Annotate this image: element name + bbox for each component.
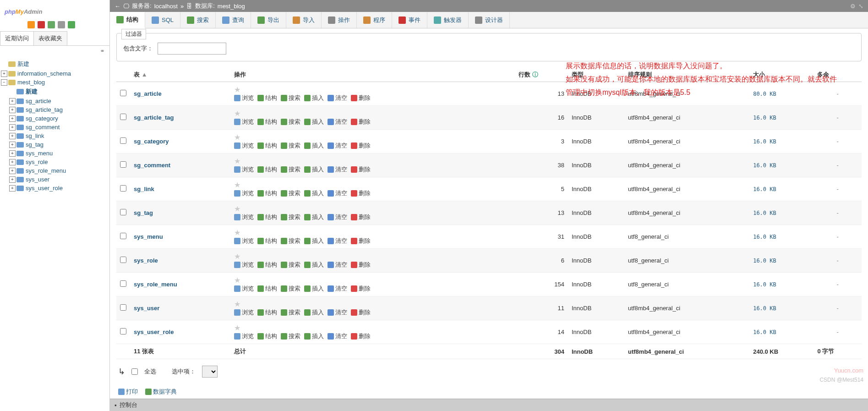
op-empty[interactable]: 清空 — [328, 213, 347, 221]
op-search[interactable]: 搜索 — [281, 308, 300, 317]
row-checkbox[interactable] — [120, 185, 126, 192]
favorite-star[interactable]: ★ — [234, 205, 240, 213]
op-browse[interactable]: 浏览 — [234, 213, 254, 221]
tab-ops[interactable]: 操作 — [322, 12, 357, 28]
docs-icon[interactable] — [48, 21, 55, 28]
op-structure[interactable]: 结构 — [257, 237, 277, 245]
table-name-link[interactable]: sg_category — [134, 138, 169, 145]
tree-table-sys_menu[interactable]: sys_menu — [26, 150, 53, 157]
sidebar-tab-recent[interactable]: 近期访问 — [0, 31, 34, 45]
table-name-link[interactable]: sg_tag — [134, 209, 153, 216]
op-drop[interactable]: 删除 — [351, 94, 371, 102]
cell-size[interactable]: 16.0 KB — [749, 320, 813, 344]
logo[interactable]: phpMyAdmin — [0, 0, 109, 20]
op-structure[interactable]: 结构 — [257, 94, 277, 102]
op-drop[interactable]: 删除 — [351, 237, 371, 245]
server-link[interactable]: localhost — [154, 3, 178, 10]
row-checkbox[interactable] — [120, 137, 126, 144]
tree-db-mest_blog[interactable]: mest_blog — [17, 79, 45, 86]
op-drop[interactable]: 删除 — [351, 261, 371, 269]
op-insert[interactable]: 插入 — [304, 165, 324, 174]
cell-size[interactable]: 16.0 KB — [749, 106, 813, 130]
op-search[interactable]: 搜索 — [281, 285, 300, 293]
op-drop[interactable]: 删除 — [351, 118, 371, 126]
op-search[interactable]: 搜索 — [281, 261, 300, 269]
tree-toggle[interactable]: − — [1, 79, 7, 86]
tab-sql[interactable]: SQL — [145, 12, 180, 28]
refresh-icon[interactable] — [68, 21, 75, 28]
tab-design[interactable]: 设计器 — [469, 12, 510, 28]
row-checkbox[interactable] — [120, 280, 126, 287]
op-insert[interactable]: 插入 — [304, 285, 324, 293]
op-structure[interactable]: 结构 — [257, 285, 277, 293]
cell-size[interactable]: 16.0 KB — [749, 273, 813, 296]
cell-size[interactable]: 16.0 KB — [749, 130, 813, 153]
tab-export[interactable]: 导出 — [251, 12, 286, 28]
tab-trig[interactable]: 触发器 — [427, 12, 469, 28]
logout-icon[interactable] — [38, 21, 45, 28]
tree-toggle[interactable]: + — [9, 176, 16, 183]
tab-search[interactable]: 搜索 — [180, 12, 216, 28]
op-drop[interactable]: 删除 — [351, 332, 371, 340]
tree-toggle[interactable]: + — [9, 142, 16, 148]
collapse-icon[interactable]: ⤡ — [858, 3, 863, 10]
op-browse[interactable]: 浏览 — [234, 189, 254, 197]
op-search[interactable]: 搜索 — [281, 213, 300, 221]
op-browse[interactable]: 浏览 — [234, 118, 254, 126]
row-checkbox[interactable] — [120, 114, 126, 120]
bulk-action-select[interactable] — [202, 366, 218, 378]
tree-toggle[interactable]: + — [1, 71, 7, 77]
favorite-star[interactable]: ★ — [234, 300, 240, 308]
col-table[interactable]: 表 ▲ — [130, 68, 230, 82]
data-dictionary-link[interactable]: 数据字典 — [145, 388, 177, 396]
op-empty[interactable]: 清空 — [328, 237, 347, 245]
op-insert[interactable]: 插入 — [304, 142, 324, 150]
tree-toggle[interactable]: + — [9, 168, 16, 174]
op-drop[interactable]: 删除 — [351, 165, 371, 174]
cell-size[interactable]: 16.0 KB — [749, 177, 813, 201]
tab-event[interactable]: 事件 — [392, 12, 427, 28]
tab-struct[interactable]: 结构 — [110, 12, 145, 28]
favorite-star[interactable]: ★ — [234, 181, 240, 189]
op-structure[interactable]: 结构 — [257, 165, 277, 174]
tree-table-sg_link[interactable]: sg_link — [26, 132, 44, 139]
table-name-link[interactable]: sys_user_role — [134, 329, 174, 335]
tree-db-information_schema[interactable]: information_schema — [17, 70, 71, 77]
filter-input[interactable] — [158, 43, 226, 55]
row-checkbox[interactable] — [120, 90, 126, 96]
col-rows[interactable]: 行数 ⓘ — [515, 68, 568, 82]
cell-size[interactable]: 16.0 KB — [749, 296, 813, 320]
op-empty[interactable]: 清空 — [328, 308, 347, 317]
table-name-link[interactable]: sg_article_tag — [134, 114, 174, 121]
op-insert[interactable]: 插入 — [304, 94, 324, 102]
cell-size[interactable]: 16.0 KB — [749, 153, 813, 177]
tree-toggle[interactable]: + — [9, 124, 16, 131]
console-bar[interactable]: ▪ 控制台 — [110, 399, 868, 411]
gear-icon[interactable]: ⚙ — [850, 3, 856, 10]
row-checkbox[interactable] — [120, 328, 126, 334]
table-name-link[interactable]: sg_comment — [134, 162, 170, 169]
op-drop[interactable]: 删除 — [351, 285, 371, 293]
op-search[interactable]: 搜索 — [281, 189, 300, 197]
favorite-star[interactable]: ★ — [234, 133, 240, 141]
op-empty[interactable]: 清空 — [328, 165, 347, 174]
tree-table-sg_article_tag[interactable]: sg_article_tag — [26, 106, 63, 113]
cell-size[interactable]: 16.0 KB — [749, 249, 813, 273]
tree-new-table[interactable]: 新建 — [26, 88, 38, 96]
favorite-star[interactable]: ★ — [234, 110, 240, 117]
op-insert[interactable]: 插入 — [304, 213, 324, 221]
op-insert[interactable]: 插入 — [304, 332, 324, 340]
op-structure[interactable]: 结构 — [257, 261, 277, 269]
op-drop[interactable]: 删除 — [351, 142, 371, 150]
tab-query[interactable]: 查询 — [216, 12, 251, 28]
tree-table-sg_category[interactable]: sg_category — [26, 115, 58, 122]
op-search[interactable]: 搜索 — [281, 118, 300, 126]
favorite-star[interactable]: ★ — [234, 229, 240, 236]
op-browse[interactable]: 浏览 — [234, 165, 254, 174]
op-empty[interactable]: 清空 — [328, 94, 347, 102]
op-empty[interactable]: 清空 — [328, 142, 347, 150]
op-drop[interactable]: 删除 — [351, 308, 371, 317]
favorite-star[interactable]: ★ — [234, 157, 240, 165]
op-browse[interactable]: 浏览 — [234, 308, 254, 317]
op-browse[interactable]: 浏览 — [234, 142, 254, 150]
